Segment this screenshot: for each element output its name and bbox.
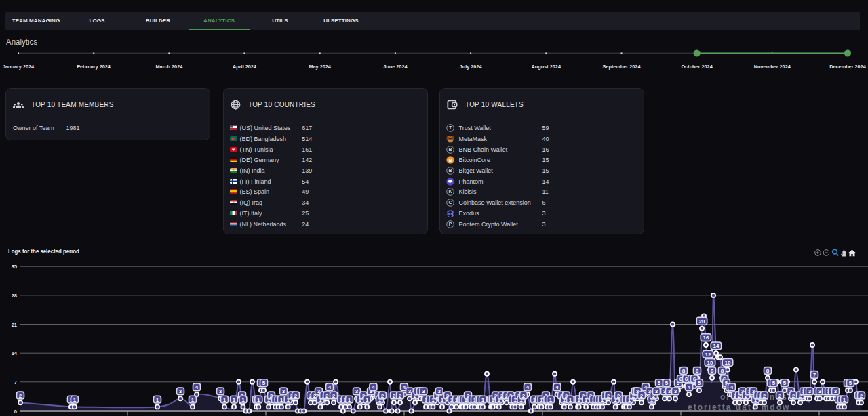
svg-text:8: 8: [711, 368, 714, 374]
svg-text:3: 3: [282, 388, 285, 394]
svg-text:21: 21: [12, 322, 17, 328]
svg-text:4: 4: [195, 384, 199, 390]
svg-text:10: 10: [707, 360, 713, 366]
svg-text:2: 2: [640, 393, 644, 399]
svg-text:2: 2: [19, 393, 22, 399]
svg-text:1: 1: [223, 397, 226, 403]
svg-text:4: 4: [555, 384, 559, 390]
svg-text:3: 3: [219, 388, 222, 394]
svg-text:1: 1: [241, 397, 245, 403]
svg-text:16: 16: [703, 335, 709, 341]
svg-text:8: 8: [766, 368, 770, 374]
svg-text:1: 1: [843, 397, 846, 403]
svg-text:3: 3: [355, 388, 359, 394]
svg-text:1: 1: [348, 397, 351, 403]
svg-text:28: 28: [12, 293, 17, 299]
svg-text:2: 2: [522, 393, 526, 399]
svg-text:20: 20: [699, 318, 705, 325]
svg-text:4: 4: [730, 384, 734, 390]
svg-text:1: 1: [257, 397, 260, 403]
svg-text:4: 4: [372, 384, 375, 390]
svg-text:1: 1: [481, 397, 485, 403]
svg-text:5: 5: [772, 380, 776, 386]
svg-text:2: 2: [607, 393, 610, 399]
svg-text:2: 2: [860, 393, 863, 399]
svg-text:8: 8: [682, 368, 686, 374]
svg-text:2: 2: [792, 393, 795, 399]
svg-text:2: 2: [778, 393, 782, 399]
svg-text:4: 4: [328, 384, 332, 390]
svg-text:2: 2: [763, 393, 766, 399]
svg-text:1: 1: [569, 397, 572, 403]
svg-text:5: 5: [849, 380, 852, 386]
svg-text:1: 1: [549, 397, 553, 403]
svg-text:3: 3: [674, 388, 677, 394]
svg-text:2: 2: [332, 393, 336, 399]
svg-text:4: 4: [688, 384, 691, 390]
svg-text:5: 5: [698, 380, 701, 386]
svg-text:5: 5: [783, 380, 787, 386]
svg-text:7: 7: [14, 379, 17, 386]
svg-text:8: 8: [696, 368, 699, 374]
svg-text:2: 2: [393, 393, 396, 399]
svg-text:5: 5: [658, 380, 661, 386]
svg-text:10: 10: [725, 360, 731, 366]
svg-text:35: 35: [12, 264, 17, 270]
svg-text:3: 3: [655, 388, 658, 394]
svg-text:5: 5: [665, 380, 669, 386]
svg-text:2: 2: [399, 393, 402, 399]
svg-text:2: 2: [381, 393, 384, 399]
svg-text:1: 1: [280, 397, 283, 403]
svg-text:8: 8: [721, 368, 724, 374]
svg-text:5: 5: [262, 380, 266, 386]
svg-text:12: 12: [705, 352, 711, 358]
svg-text:14: 14: [713, 343, 719, 349]
svg-text:2: 2: [294, 393, 298, 399]
svg-text:1: 1: [156, 397, 159, 403]
svg-text:0: 0: [14, 409, 17, 415]
svg-text:1: 1: [73, 397, 77, 403]
svg-text:14: 14: [12, 350, 18, 356]
svg-text:3: 3: [808, 388, 812, 394]
svg-text:3: 3: [422, 388, 425, 394]
svg-text:3: 3: [179, 388, 182, 394]
svg-text:1: 1: [191, 397, 195, 403]
svg-text:3: 3: [437, 388, 441, 394]
svg-text:3: 3: [668, 388, 671, 394]
svg-text:1: 1: [233, 397, 236, 403]
svg-text:4: 4: [526, 384, 530, 390]
svg-text:2: 2: [326, 393, 329, 399]
svg-text:3: 3: [818, 388, 822, 394]
svg-text:7: 7: [813, 372, 816, 378]
svg-text:1: 1: [366, 397, 369, 403]
svg-text:3: 3: [834, 388, 837, 394]
